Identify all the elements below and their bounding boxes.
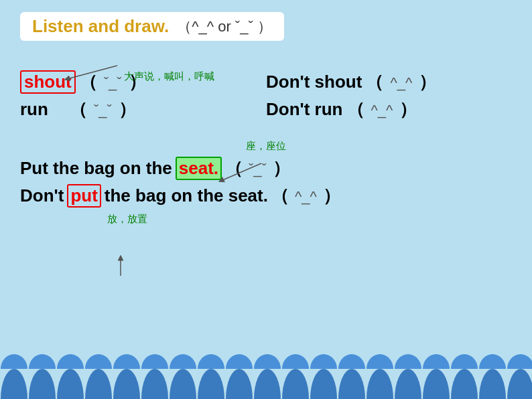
left-paren-r1: （ [366, 70, 383, 94]
left-paren-2: （ [52, 98, 87, 121]
right-paren-r2: ） [399, 98, 417, 121]
title-text: Listen and draw. [32, 16, 169, 37]
put-right-paren: ） [323, 184, 340, 208]
scallops-bottom-row [0, 369, 532, 399]
wave-decoration [0, 339, 532, 399]
word-shout: shout [20, 70, 76, 94]
face-happy-1: ^_^ [390, 74, 412, 92]
face-happy-put: ^_^ [295, 188, 317, 206]
put-left-paren: （ [271, 184, 289, 208]
dont-put-rest: the bag on the seat. [105, 185, 268, 206]
scallops-top-row [0, 354, 532, 369]
left-paren-1: （ [80, 70, 97, 94]
face-sad-1: ˇ_ˇ [104, 74, 122, 92]
left-paren-r2: （ [347, 98, 364, 121]
row-dont-put: Don't put the bag on the seat. （ ^_^ ） [20, 184, 512, 208]
face-happy-2: ^_^ [371, 102, 393, 119]
word-run: run [20, 99, 48, 120]
dont-text: Don't [20, 185, 64, 206]
row-shout: shout （ ˇ_ˇ ） Don't shout （ ^_^ ） [20, 70, 512, 94]
put-zh-note: 放，放置 [107, 213, 512, 226]
shout-zh-note: 大声说，喊叫，呼喊 [124, 70, 214, 83]
word-put: put [67, 184, 101, 208]
seat-left-paren: （ [225, 157, 243, 180]
title-face: （^_^ or ˇ_ˇ ） [177, 17, 272, 37]
dont-shout-text: Don't shout [266, 72, 362, 92]
row-run: run （ ˇ_ˇ ） Don't run （ ^_^ ） [20, 98, 512, 121]
face-sad-seat: ˇ_ˇ [249, 161, 267, 178]
right-paren-2: ） [119, 98, 136, 121]
seat-zh-note: 座，座位 [20, 140, 512, 153]
word-seat: seat. [176, 157, 222, 180]
dont-run-text: Don't run [266, 99, 343, 120]
face-sad-2: ˇ_ˇ [94, 102, 112, 119]
title-bar: Listen and draw. （^_^ or ˇ_ˇ ） [20, 12, 284, 41]
right-paren-r1: ） [419, 70, 436, 94]
seat-right-paren: ） [273, 157, 290, 180]
put-bag-text: Put the bag on the [20, 158, 172, 179]
row-seat: Put the bag on the seat. （ ˇ_ˇ ） [20, 157, 512, 180]
